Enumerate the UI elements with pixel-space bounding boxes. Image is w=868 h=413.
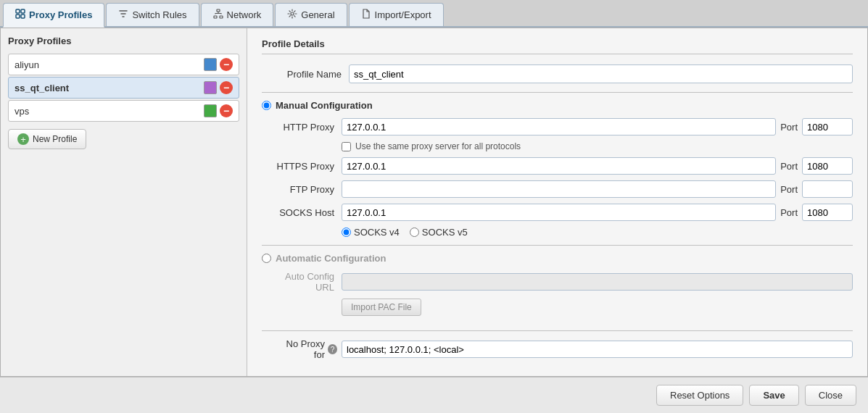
tab-import-export-label: Import/Export xyxy=(375,9,431,20)
auto-config-url-row: Auto Config URL xyxy=(262,271,853,293)
port-label: Port xyxy=(780,161,798,172)
no-proxy-label: No Proxy for ? xyxy=(276,338,342,360)
sidebar: Proxy Profiles aliyun − ss_qt_client xyxy=(1,28,247,376)
import-pac-label: Import PAC File xyxy=(351,302,412,312)
socks-v5-radio[interactable] xyxy=(410,228,419,237)
help-icon[interactable]: ? xyxy=(328,344,337,354)
ftp-proxy-port-input[interactable] xyxy=(802,180,853,198)
socks-v4-option: SOCKS v4 xyxy=(342,227,400,238)
http-proxy-input[interactable] xyxy=(342,118,776,135)
remove-profile-button[interactable]: − xyxy=(220,81,233,94)
http-proxy-row: HTTP Proxy Port xyxy=(262,118,853,135)
profile-item-left: vps xyxy=(15,106,204,117)
save-label: Save xyxy=(763,390,785,401)
auto-config-label: Automatic Configuration xyxy=(276,253,386,264)
bottom-bar: Reset Options Save Close xyxy=(0,377,868,413)
auto-config-url-input xyxy=(342,273,853,291)
list-item[interactable]: aliyun − xyxy=(8,54,239,75)
profile-details-panel: Profile Details Profile Name Manual Conf… xyxy=(247,28,867,376)
new-profile-button[interactable]: + New Profile xyxy=(8,129,86,149)
socks-host-label: SOCKS Host xyxy=(276,207,342,218)
import-pac-button[interactable]: Import PAC File xyxy=(342,299,421,316)
https-proxy-port-input[interactable] xyxy=(802,157,853,175)
tab-import-export[interactable]: Import/Export xyxy=(349,3,444,26)
svg-rect-6 xyxy=(220,16,223,18)
tab-network[interactable]: Network xyxy=(201,3,274,26)
svg-rect-5 xyxy=(214,16,217,18)
svg-rect-4 xyxy=(217,9,220,12)
manual-config-header: Manual Configuration xyxy=(262,100,853,111)
new-profile-label: New Profile xyxy=(33,134,77,144)
remove-profile-button[interactable]: − xyxy=(220,104,233,117)
app-container: Proxy Profiles Switch Rules Network xyxy=(0,0,868,413)
ftp-proxy-input[interactable] xyxy=(342,180,776,198)
manual-config-radio[interactable] xyxy=(262,101,271,110)
profile-name-label: Profile Name xyxy=(262,69,349,80)
socks-v5-label: SOCKS v5 xyxy=(422,227,468,238)
profile-name-input[interactable] xyxy=(349,64,853,83)
main-content: Proxy Profiles aliyun − ss_qt_client xyxy=(0,28,868,377)
tab-switch-rules[interactable]: Switch Rules xyxy=(106,3,199,26)
manual-config-label: Manual Configuration xyxy=(276,100,373,111)
auto-config-url-label: Auto Config URL xyxy=(276,271,342,293)
same-proxy-checkbox[interactable] xyxy=(342,142,351,151)
socks-version-row: SOCKS v4 SOCKS v5 xyxy=(262,227,853,238)
http-proxy-port-input[interactable] xyxy=(802,118,853,135)
tab-bar: Proxy Profiles Switch Rules Network xyxy=(0,0,868,28)
section-title: Profile Details xyxy=(262,38,853,54)
plus-icon: + xyxy=(17,133,29,145)
profile-name: aliyun xyxy=(15,59,39,70)
auto-config-radio[interactable] xyxy=(262,254,271,263)
socks-v5-option: SOCKS v5 xyxy=(410,227,468,238)
svg-rect-1 xyxy=(21,9,25,13)
no-proxy-input[interactable] xyxy=(342,341,853,358)
manual-config-section: Manual Configuration HTTP Proxy Port Use… xyxy=(262,100,853,238)
tab-general-label: General xyxy=(301,9,334,20)
svg-point-7 xyxy=(291,12,294,15)
close-label: Close xyxy=(819,390,843,401)
socks-host-input[interactable] xyxy=(342,204,776,221)
color-swatch[interactable] xyxy=(204,58,217,71)
ftp-proxy-label: FTP Proxy xyxy=(276,184,342,195)
auto-config-section: Automatic Configuration Auto Config URL … xyxy=(262,253,853,323)
gear-icon xyxy=(287,9,297,21)
same-proxy-label: Use the same proxy server for all protoc… xyxy=(355,141,521,151)
profile-list: aliyun − ss_qt_client − xyxy=(8,54,239,122)
save-button[interactable]: Save xyxy=(749,385,798,406)
list-item[interactable]: vps − xyxy=(8,100,239,122)
tab-switch-rules-label: Switch Rules xyxy=(132,9,186,20)
port-label: Port xyxy=(780,207,798,218)
port-label: Port xyxy=(780,122,798,133)
socks-host-row: SOCKS Host Port xyxy=(262,204,853,221)
socks-v4-label: SOCKS v4 xyxy=(354,227,400,238)
same-proxy-row: Use the same proxy server for all protoc… xyxy=(262,141,853,151)
port-label: Port xyxy=(780,184,798,195)
filter-icon xyxy=(118,9,128,21)
tab-general[interactable]: General xyxy=(275,3,347,26)
svg-rect-3 xyxy=(21,14,25,18)
socks-host-port-input[interactable] xyxy=(802,204,853,221)
divider xyxy=(262,330,853,331)
https-proxy-row: HTTPS Proxy Port xyxy=(262,157,853,175)
color-swatch[interactable] xyxy=(204,104,217,117)
tab-network-label: Network xyxy=(227,9,262,20)
grid-icon xyxy=(15,9,25,21)
socks-v4-radio[interactable] xyxy=(342,228,351,237)
svg-rect-0 xyxy=(16,9,20,13)
color-swatch[interactable] xyxy=(204,81,217,94)
file-icon xyxy=(361,9,371,21)
svg-rect-2 xyxy=(16,14,20,18)
divider xyxy=(262,92,853,93)
no-proxy-row: No Proxy for ? xyxy=(262,338,853,360)
https-proxy-input[interactable] xyxy=(342,157,776,175)
tab-proxy-profiles[interactable]: Proxy Profiles xyxy=(3,3,104,28)
sidebar-title: Proxy Profiles xyxy=(8,36,239,46)
close-button[interactable]: Close xyxy=(805,385,856,406)
list-item[interactable]: ss_qt_client − xyxy=(8,77,239,99)
reset-options-button[interactable]: Reset Options xyxy=(656,385,743,406)
remove-profile-button[interactable]: − xyxy=(220,58,233,71)
profile-name: ss_qt_client xyxy=(15,83,69,93)
divider xyxy=(262,245,853,246)
ftp-proxy-row: FTP Proxy Port xyxy=(262,180,853,198)
network-icon xyxy=(213,9,223,21)
